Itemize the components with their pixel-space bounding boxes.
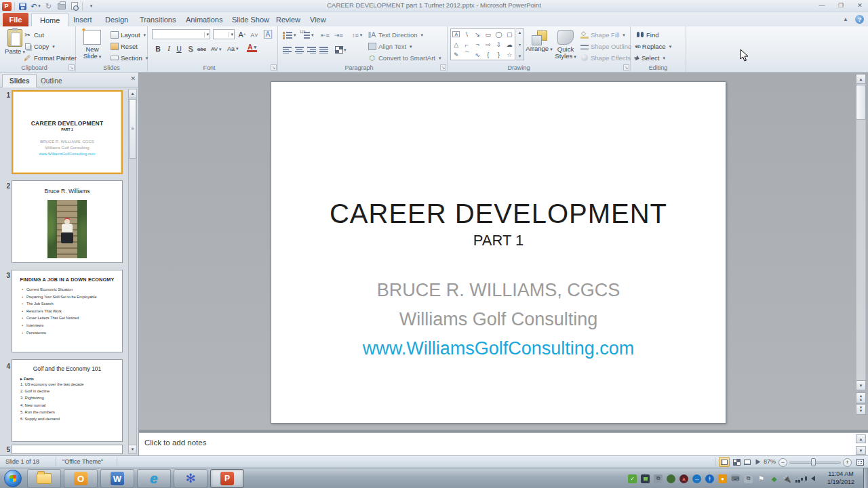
increase-indent-button[interactable]: ⇥≡ <box>334 30 344 40</box>
tab-transitions[interactable]: Transitions <box>132 13 184 26</box>
tab-animations[interactable]: Animations <box>178 13 231 26</box>
scroll-up-icon[interactable]: ▲ <box>129 89 136 98</box>
font-dialog-launcher[interactable]: ↘ <box>271 64 277 70</box>
italic-button[interactable]: I <box>164 43 174 54</box>
text-shadow-button[interactable]: S <box>186 43 195 54</box>
shape-arc-icon[interactable]: ⌒ <box>464 50 470 59</box>
tray-antivirus-check-icon[interactable]: ✓ <box>628 474 637 483</box>
font-color-button[interactable]: A <box>247 44 257 52</box>
copy-button[interactable]: Copy <box>23 41 55 52</box>
tab-home[interactable]: Home <box>31 13 68 26</box>
tab-design[interactable]: Design <box>97 13 136 26</box>
font-size-combo[interactable] <box>213 29 235 39</box>
tray-signal-icon[interactable] <box>795 474 804 483</box>
arrange-button[interactable]: Arrange <box>526 27 552 62</box>
scrollbar-thumb[interactable] <box>856 85 866 120</box>
slide-website-link[interactable]: www.WilliamsGolfConsulting.com <box>271 338 726 359</box>
tray-action-center-flag-icon[interactable]: ⚑ <box>757 474 766 483</box>
shape-outline-button[interactable]: Shape Outline <box>580 41 637 52</box>
slide-thumbnail-4[interactable]: Golf and the Economy 101 Facts US econom… <box>12 359 123 442</box>
taskbar-ie-button[interactable]: e <box>137 469 171 488</box>
shape-left-brace-icon[interactable]: { <box>487 52 489 58</box>
align-center-button[interactable] <box>294 45 304 55</box>
quick-styles-button[interactable]: Quick Styles <box>553 27 578 62</box>
close-panel-icon[interactable]: ✕ <box>130 75 136 82</box>
new-slide-button[interactable]: New Slide <box>77 27 107 62</box>
tab-slides[interactable]: Slides <box>2 74 37 87</box>
slide-thumbnail-1[interactable]: CAREER DEVELOPMENT PART 1 BRUCE R. WILLI… <box>12 90 123 174</box>
shape-cloud-icon[interactable]: ☁ <box>507 41 513 48</box>
taskbar-clock[interactable]: 11:04 AM 1/19/2012 <box>821 470 861 486</box>
shape-triangle-icon[interactable]: △ <box>454 41 458 48</box>
clipboard-dialog-launcher[interactable]: ↘ <box>68 64 75 70</box>
scrollbar-thumb[interactable] <box>129 99 136 159</box>
drawing-dialog-launcher[interactable]: ↘ <box>623 64 629 70</box>
slide-company[interactable]: Williams Golf Consulting <box>271 309 726 330</box>
zoom-slider-thumb[interactable] <box>811 458 816 466</box>
slides-panel-scrollbar[interactable]: ▲ ▼ <box>128 89 137 454</box>
align-text-button[interactable]: Align Text <box>368 41 412 52</box>
font-name-combo[interactable] <box>152 29 210 39</box>
taskbar-powerpoint-button[interactable]: P <box>210 469 244 488</box>
text-direction-button[interactable]: ⫼AText Direction <box>368 29 423 41</box>
scroll-up-icon[interactable]: ▲ <box>856 434 866 443</box>
columns-button[interactable] <box>335 45 347 55</box>
shape-right-brace-icon[interactable]: } <box>498 52 500 58</box>
tab-outline[interactable]: Outline <box>34 74 69 87</box>
reset-button[interactable]: Reset <box>110 41 138 52</box>
shape-down-arrow-icon[interactable]: ⇩ <box>496 41 502 48</box>
clear-formatting-button[interactable]: 🄰 <box>263 29 273 39</box>
previous-slide-button[interactable]: ▲▲ <box>856 392 866 403</box>
tray-red-app-icon[interactable]: ▲ <box>679 474 688 483</box>
select-button[interactable]: Select <box>636 52 665 64</box>
shape-elbow-connector-icon[interactable]: ⌐ <box>465 41 469 48</box>
slide-canvas[interactable]: CAREER DEVELOPMENT PART 1 BRUCE R. WILLI… <box>271 81 726 424</box>
notes-placeholder[interactable]: Click to add notes <box>144 439 206 447</box>
grow-font-button[interactable]: A˄ <box>237 29 247 39</box>
slide-author[interactable]: BRUCE R. WILLIAMS, CGCS <box>271 280 726 301</box>
minimize-button[interactable]: — <box>816 1 827 9</box>
scrollbar-track[interactable] <box>856 74 866 391</box>
slide-title[interactable]: CAREER DEVELOPMENT <box>271 199 726 229</box>
shapes-gallery-scroll[interactable]: ▲ ▾ ▼ <box>516 28 524 60</box>
tray-green-diamond-icon[interactable]: ◆ <box>770 474 778 483</box>
shapes-scroll-up-icon[interactable]: ▲ <box>518 30 522 35</box>
paragraph-dialog-launcher[interactable]: ↘ <box>440 64 446 70</box>
slide-thumbnail-5[interactable] <box>12 445 123 454</box>
bold-button[interactable]: B <box>153 43 163 54</box>
taskbar-word-button[interactable]: W <box>100 469 134 488</box>
line-spacing-button[interactable]: ↕≡ <box>351 30 363 40</box>
scroll-down-icon[interactable]: ▼ <box>129 445 136 453</box>
shape-elbow-arrow-icon[interactable]: ¬ <box>476 41 479 48</box>
editor-vertical-scrollbar[interactable]: ▲ ▼ ▲▲ ▼▼ <box>856 74 866 428</box>
underline-button[interactable]: U <box>174 43 184 54</box>
tray-network-computer-icon[interactable]: ⧉ <box>654 474 663 483</box>
tab-insert[interactable]: Insert <box>65 13 100 26</box>
shapes-scroll-down-icon[interactable]: ▼ <box>518 54 522 58</box>
slide-sorter-view-button[interactable] <box>731 457 742 467</box>
replace-button[interactable]: abReplace <box>636 41 671 52</box>
character-spacing-button[interactable]: AV <box>210 44 222 54</box>
shape-rounded-rectangle-icon[interactable]: ▢ <box>507 31 513 38</box>
shape-line-icon[interactable]: \ <box>466 31 468 38</box>
shape-curve-icon[interactable]: ∿ <box>475 52 480 58</box>
collapse-ribbon-icon[interactable]: ▲ <box>843 16 848 22</box>
tray-power-icon[interactable]: 🔌 <box>783 474 791 483</box>
shape-right-arrow-icon[interactable]: ⇨ <box>486 41 491 48</box>
shape-textbox-icon[interactable]: A <box>452 31 460 37</box>
help-icon[interactable]: ? <box>855 15 864 24</box>
tray-green-app-icon[interactable] <box>667 474 675 483</box>
normal-view-button[interactable] <box>719 457 730 467</box>
tray-input-icon[interactable]: ⌨ <box>731 474 740 483</box>
scroll-down-icon[interactable]: ▼ <box>856 446 866 455</box>
scroll-down-icon[interactable]: ▼ <box>856 380 866 390</box>
tray-cards-icon[interactable]: ⧉ <box>744 474 753 483</box>
reading-view-button[interactable] <box>742 457 753 467</box>
align-left-button[interactable] <box>282 45 292 55</box>
shape-oval-icon[interactable]: ◯ <box>495 31 502 38</box>
format-painter-button[interactable]: 🖉Format Painter <box>23 52 77 64</box>
shapes-more-icon[interactable]: ▾ <box>519 42 521 47</box>
layout-button[interactable]: Layout <box>110 29 146 41</box>
shape-rectangle-icon[interactable]: ▭ <box>486 31 492 38</box>
slide-subtitle[interactable]: PART 1 <box>271 232 726 249</box>
